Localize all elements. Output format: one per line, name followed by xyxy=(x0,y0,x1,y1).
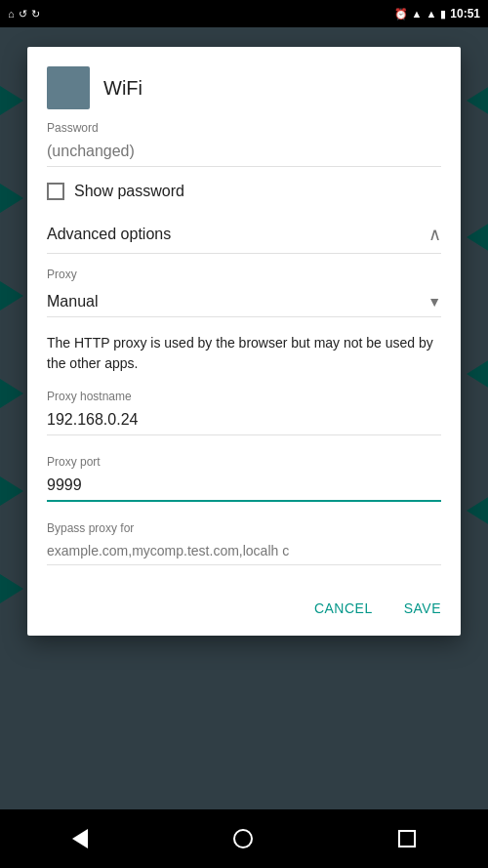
proxy-port-input[interactable] xyxy=(47,473,441,502)
show-password-checkbox[interactable] xyxy=(47,183,64,200)
refresh2-icon: ↻ xyxy=(31,8,40,21)
proxy-hostname-input[interactable] xyxy=(47,407,441,435)
bypass-proxy-input[interactable] xyxy=(47,539,441,565)
dialog-body: Password Show password Advanced options … xyxy=(27,121,461,585)
proxy-port-label: Proxy port xyxy=(47,455,441,469)
wifi-signal-icon: ▲ xyxy=(412,8,423,20)
back-button[interactable] xyxy=(72,829,88,848)
clock: 10:51 xyxy=(450,7,480,21)
proxy-dropdown[interactable]: Manual ▼ xyxy=(47,287,441,317)
signal-icon: ▲ xyxy=(426,8,436,20)
status-bar-left: ⌂ ↺ ↻ xyxy=(8,8,40,21)
dropdown-arrow-icon: ▼ xyxy=(427,294,441,310)
home-button[interactable] xyxy=(233,829,253,848)
android-icon: ⌂ xyxy=(8,8,15,20)
dialog-actions: CANCEL SAVE xyxy=(27,585,461,636)
dialog-title-row: WiFi xyxy=(27,47,461,121)
advanced-options-row[interactable]: Advanced options ∧ xyxy=(47,216,441,254)
wifi-icon-box xyxy=(47,66,90,109)
advanced-options-label: Advanced options xyxy=(47,226,171,243)
http-proxy-note: The HTTP proxy is used by the browser bu… xyxy=(47,333,441,374)
recents-button[interactable] xyxy=(398,830,416,847)
wifi-dialog: WiFi Password Show password Advanced opt… xyxy=(27,47,461,636)
save-button[interactable]: SAVE xyxy=(392,593,453,624)
status-bar: ⌂ ↺ ↻ ⏰ ▲ ▲ ▮ 10:51 xyxy=(0,0,488,27)
proxy-label: Proxy xyxy=(47,268,441,281)
battery-icon: ▮ xyxy=(440,8,446,21)
show-password-row: Show password xyxy=(47,183,441,200)
status-bar-right: ⏰ ▲ ▲ ▮ 10:51 xyxy=(394,7,480,21)
show-password-label: Show password xyxy=(74,183,184,200)
refresh-icon: ↺ xyxy=(19,8,27,21)
bypass-proxy-label: Bypass proxy for xyxy=(47,521,441,535)
alarm-icon: ⏰ xyxy=(394,8,408,21)
proxy-value: Manual xyxy=(47,293,98,310)
background-screen: WiFi Password Show password Advanced opt… xyxy=(0,27,488,809)
cancel-button[interactable]: CANCEL xyxy=(303,593,385,624)
password-input[interactable] xyxy=(47,139,441,167)
password-label: Password xyxy=(47,121,441,135)
dialog-title: WiFi xyxy=(103,77,142,100)
chevron-up-icon: ∧ xyxy=(428,224,441,245)
proxy-hostname-label: Proxy hostname xyxy=(47,390,441,403)
bottom-nav-bar xyxy=(0,809,488,868)
